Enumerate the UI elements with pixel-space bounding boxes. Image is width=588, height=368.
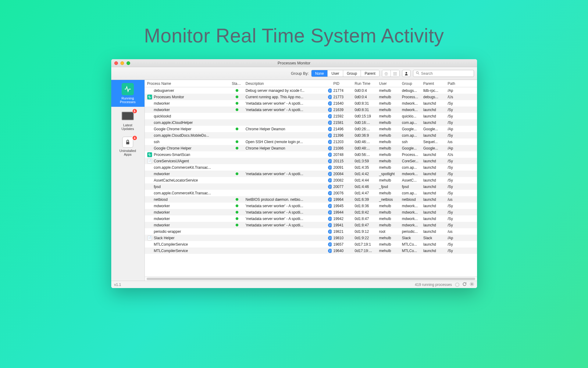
info-icon[interactable]: i [328,223,332,227]
process-path: /Sy [446,108,459,112]
minimize-icon[interactable] [120,61,124,65]
sidebar-item-uninstalled-apps[interactable]: 4UninstalledApps [111,134,144,159]
process-parent: launchd [422,101,446,106]
process-runtime: 0d1:4:35 [353,165,377,170]
col-name[interactable]: Process Name [145,81,230,86]
maximize-icon[interactable] [127,61,130,65]
table-row[interactable]: mdworker'metadata server worker' - A spo… [145,209,477,215]
view-center-icon[interactable] [382,70,391,77]
info-icon[interactable]: i [328,165,332,170]
sidebar-item-running-processes[interactable]: RunningProcesses [111,80,144,107]
col-path[interactable]: Path [446,81,459,86]
info-icon[interactable]: i [328,204,332,208]
process-user: root [377,229,400,234]
process-parent: launchd [422,178,446,182]
col-user[interactable]: User [377,81,400,86]
info-icon[interactable]: i [328,178,332,182]
table-row[interactable]: Processes-SmartScani207480d0:56:...mehul… [145,151,477,158]
search-input[interactable] [421,71,471,76]
info-icon[interactable]: i [328,153,332,157]
process-group: mdwork... [400,204,422,208]
col-parent[interactable]: Parent [422,81,446,86]
group-by-group[interactable]: Group [343,70,361,77]
info-icon[interactable]: i [328,242,332,247]
status-dot-icon [236,140,238,143]
info-icon[interactable]: i [328,191,332,195]
settings-icon[interactable] [470,282,474,287]
group-by-none[interactable]: None [312,70,328,77]
info-icon[interactable]: i [328,185,332,189]
table-row[interactable]: com.apple.CloudDocs.MobileDo...i213960d0… [145,132,477,139]
table-row[interactable]: com.apple.CommerceKit.Transac...i200760d… [145,190,477,196]
process-group: mdwork... [400,172,422,176]
process-parent: launchd [422,197,446,202]
table-row[interactable]: Google Chrome HelperChrome Helper Deamon… [145,126,477,132]
info-icon[interactable]: i [328,108,332,112]
table-row[interactable]: MTLCompilerServicei196400d17:19:...mehul… [145,247,477,254]
info-icon[interactable]: i [328,127,332,131]
info-icon[interactable]: i [328,114,332,118]
table-row[interactable]: mdworker'metadata server worker' - A spo… [145,215,477,222]
col-pid[interactable]: PID [332,81,353,86]
sidebar-item-latest-updates[interactable]: 6LatestUpdates [111,107,144,134]
table-row[interactable]: mdworker'metadata server worker' - A spo… [145,171,477,177]
table-row[interactable]: periodic-wrapperi198210d1:9:12rootperiod… [145,228,477,235]
process-name: mdworker [154,204,170,208]
info-icon[interactable]: i [328,159,332,163]
info-icon[interactable]: i [328,101,332,106]
table-row[interactable]: Google Chrome HelperChrome Helper Deamon… [145,145,477,151]
col-status[interactable]: Status [230,81,244,86]
info-icon[interactable]: i [328,88,332,93]
process-path: /Sy [446,185,459,189]
info-icon[interactable]: i [328,95,332,99]
table-row[interactable]: debugserverDebug server managed by xcode… [145,87,477,94]
table-row[interactable]: mdworker'metadata server worker' - A spo… [145,100,477,106]
user-filter-icon[interactable] [402,70,411,77]
table-row[interactable]: Processes MonitorCurrent running app. Th… [145,94,477,100]
info-icon[interactable]: i [328,236,332,240]
table-row[interactable]: fpsdi200770d1:4:46_fpsdfpsdlaunchd/Sy [145,183,477,190]
info-icon[interactable]: i [328,229,332,234]
view-justify-icon[interactable] [391,70,399,77]
table-row[interactable]: MTLCompilerServicei196570d17:19:1mehulbM… [145,241,477,247]
col-run[interactable]: Run Time [353,81,377,86]
table-row[interactable]: mdworker'metadata server worker' - A spo… [145,222,477,228]
table-row[interactable]: quicklookdi215920d0:15:19mehulbquicklo..… [145,113,477,119]
table-row[interactable]: 📄CoreServicesUIAgenti201150d1:3:59mehulb… [145,158,477,164]
refresh-icon[interactable] [462,282,467,287]
info-icon[interactable]: i [328,146,332,150]
info-icon[interactable]: i [328,121,332,125]
table-row[interactable]: AssetCacheLocatorServicei200820d1:4:44me… [145,177,477,183]
process-name: debugserver [154,88,174,93]
table-row[interactable]: 📄Slack Helperi198100d1:9:22mehulbSlackSl… [145,235,477,241]
table-row[interactable]: mdworker'metadata server worker' - A spo… [145,106,477,113]
horizontal-scrollbar[interactable] [145,276,477,281]
activity-icon [147,95,152,99]
process-group: MTLCo... [400,242,422,247]
table-row[interactable]: mdworker'metadata server worker' - A spo… [145,203,477,209]
search-field[interactable] [413,70,474,77]
process-parent: launchd [422,172,446,176]
info-icon[interactable]: i [328,217,332,221]
group-by-user[interactable]: User [328,70,343,77]
info-icon[interactable]: i [328,133,332,138]
close-icon[interactable] [114,61,118,65]
col-desc[interactable]: Description [244,81,326,86]
process-path: /us [446,140,459,144]
table-row[interactable]: sshOpen SSH Client (remote login pr...i2… [145,139,477,145]
col-group[interactable]: Group [400,81,422,86]
info-icon[interactable]: i [328,140,332,144]
info-icon[interactable]: i [328,197,332,202]
info-icon[interactable]: i [328,210,332,215]
table-row[interactable]: netbiosdNetBIOS protocol daemon. netbio.… [145,196,477,203]
table-row[interactable]: com.apple.CommerceKit.Transac...i200910d… [145,164,477,171]
info-icon[interactable]: i [328,172,332,176]
info-icon[interactable]: i [328,249,332,253]
process-parent: launchd [422,114,446,118]
process-user: mehulb [377,165,400,170]
process-runtime: 0d0:8:31 [353,101,377,106]
process-runtime: 0d0:48:... [353,146,377,150]
group-by-parent[interactable]: Parent [361,70,379,77]
table-row[interactable]: com.apple.iCloudHelperi215810d0:16:...me… [145,119,477,126]
process-path: /Sy [446,210,459,215]
